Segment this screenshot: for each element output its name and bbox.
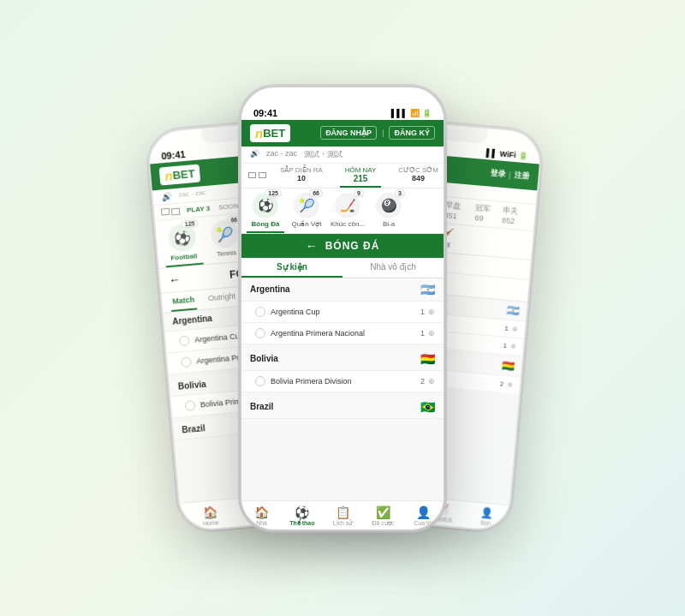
nav-lichsu-center[interactable]: 📋 Lịch sử (322, 501, 362, 529)
mine-label-right: 我的 (480, 519, 491, 528)
sport-tab-tennis-center[interactable]: 🎾66 Quần Vợt (288, 193, 325, 231)
filter-today[interactable]: HÔM NAY 215 (340, 164, 382, 188)
history-icon-center: 📋 (336, 505, 350, 519)
match-tab-outright[interactable]: Outright (206, 287, 238, 308)
nav-thethao-center[interactable]: ⚽ Thể thao (282, 501, 322, 529)
sports-label-center: Thể thao (289, 520, 314, 527)
logo-center: nBET (250, 124, 290, 142)
filter-guanjun[interactable]: 冠军 69 (474, 202, 498, 224)
bottom-nav-center: 🏠 Nhà ⚽ Thể thao 📋 Lịch sử ✅ Đã cược 👤 C… (241, 500, 444, 529)
login-btn-center[interactable]: ĐĂNG NHẬP (320, 126, 377, 140)
sports-icon-center: ⚽ (295, 505, 309, 519)
tennis-icon-left: 🎾 66 (210, 218, 240, 248)
home-label-left: Home (203, 519, 219, 527)
notch-center (304, 87, 381, 105)
account-icon-center: 👤 (416, 505, 431, 519)
phone-center: 09:41 ▌▌▌ 📶 🔋 nBET ĐĂNG NHẬP | ĐĂNG KÝ 🔊… (240, 86, 445, 531)
tennis-icon-center: 🎾66 (294, 193, 319, 218)
football-icon-left: ⚽ 125 (168, 223, 198, 253)
login-btn-right[interactable]: 登录 (490, 167, 506, 180)
sport-tab-football-left[interactable]: ⚽ 125 Football (163, 222, 204, 267)
sub-tabs-center: Sự kiện Nhà vô địch (241, 258, 444, 278)
tennis-label-center: Quần Vợt (292, 220, 322, 228)
back-arrow-center[interactable]: ← (306, 239, 319, 253)
filter-chuanguan[interactable]: 串关 852 (502, 205, 529, 228)
sport-tab-hockey-center[interactable]: 🏒9 Khúc côn... (329, 193, 366, 231)
home-icon-left: 🏠 (202, 505, 217, 519)
status-icons-right: ▌▌ WiFi 🔋 (486, 148, 528, 160)
status-icons-center: ▌▌▌ 📶 🔋 (391, 109, 432, 117)
zac-center: zac - zac (266, 149, 297, 160)
time-center: 09:41 (253, 108, 277, 118)
filter-zaopan[interactable]: 早盘 851 (444, 200, 471, 223)
su-kien-tab[interactable]: Sự kiện (241, 258, 342, 278)
country-brazil-center: Brazil 🇧🇷 (241, 396, 444, 419)
sport-tab-billiards-center[interactable]: 🎱3 Bi-a (370, 193, 408, 231)
bongda-title: BÓNG ĐÁ (325, 240, 380, 252)
country-bolivia-center: Bolivia 🇧🇴 Bolivia Primera Division 2 ⊕ (241, 348, 444, 392)
country-argentina-center: Argentina 🇦🇷 Argentina Cup 1 ⊕ Argentina… (241, 278, 444, 344)
argentina-header-center: Argentina 🇦🇷 (241, 278, 444, 302)
section-title-center: ← BÓNG ĐÁ (241, 234, 444, 258)
nav-dacuoc-center[interactable]: ✅ Đã cược (363, 501, 403, 529)
sport-tab-bongda[interactable]: ⚽125 Bóng Đá (247, 193, 284, 233)
league-row[interactable]: Bolivia Primera Division 2 ⊕ (241, 371, 444, 392)
register-btn-center[interactable]: ĐĂNG KÝ (389, 126, 435, 140)
billiards-label-center: Bi-a (383, 220, 395, 228)
sound-icon-center: 🔊 (250, 149, 259, 160)
league-row[interactable]: Argentina Cup 1 ⊕ (241, 302, 444, 323)
header-actions-center: ĐĂNG NHẬP | ĐĂNG KÝ (320, 126, 435, 140)
home-label-center: Nhà (256, 520, 267, 526)
sports-tabs-center: ⚽125 Bóng Đá 🎾66 Quần Vợt 🏒9 Khúc côn...… (241, 188, 444, 234)
sound-icon-left: 🔊 (161, 191, 172, 201)
content-center: Argentina 🇦🇷 Argentina Cup 1 ⊕ Argentina… (241, 278, 444, 500)
filter-early[interactable]: CƯỢC SỚM 849 (393, 164, 444, 188)
filter-soon[interactable]: SẮP DIỄN RA 10 (275, 164, 328, 188)
register-btn-right[interactable]: 注册 (514, 170, 530, 182)
bet-label-center: Đã cược (372, 520, 394, 527)
sub-header-center: 🔊 zac - zac 測試・測試 (241, 147, 444, 164)
bet-icon-center: ✅ (376, 505, 390, 519)
football-label-left: Football (170, 252, 198, 262)
zac-left: zac - zac (178, 188, 206, 200)
hockey-icon-center: 🏒9 (335, 193, 360, 218)
bongda-label: Bóng Đá (252, 220, 280, 228)
nav-home-left[interactable]: 🏠 Home (180, 499, 241, 531)
league-row[interactable]: Argentina Primera Nacional 1 ⊕ (241, 323, 444, 344)
status-bar-center: 09:41 ▌▌▌ 📶 🔋 (241, 105, 444, 120)
header-center: nBET ĐĂNG NHẬP | ĐĂNG KÝ (241, 120, 444, 147)
back-arrow-left[interactable]: ← (168, 272, 181, 286)
tennis-label-left: Tennis (217, 248, 237, 258)
nav-mine-right[interactable]: 👤 我的 (463, 501, 509, 530)
test-center: 測試・測試 (304, 149, 342, 160)
logo-left: nBET (159, 164, 201, 185)
match-tab-match[interactable]: Match (170, 290, 197, 312)
history-label-center: Lịch sử (333, 520, 353, 527)
mine-icon-right: 👤 (480, 506, 493, 519)
time-left: 09:41 (161, 148, 186, 160)
filter-tabs-center: SẮP DIỄN RA 10 HÔM NAY 215 CƯỢC SỚM 849 (241, 164, 444, 188)
brazil-header-center: Brazil 🇧🇷 (241, 396, 444, 419)
nha-vo-dich-tab[interactable]: Nhà vô địch (342, 258, 444, 278)
billiards-icon-center: 🎱3 (376, 193, 402, 218)
home-icon-center: 🏠 (254, 505, 269, 519)
bolivia-header-center: Bolivia 🇧🇴 (241, 348, 444, 371)
hockey-label-center: Khúc côn... (331, 220, 365, 228)
right-header-actions: 登录 | 注册 (490, 167, 530, 182)
bongda-icon: ⚽125 (253, 193, 278, 218)
